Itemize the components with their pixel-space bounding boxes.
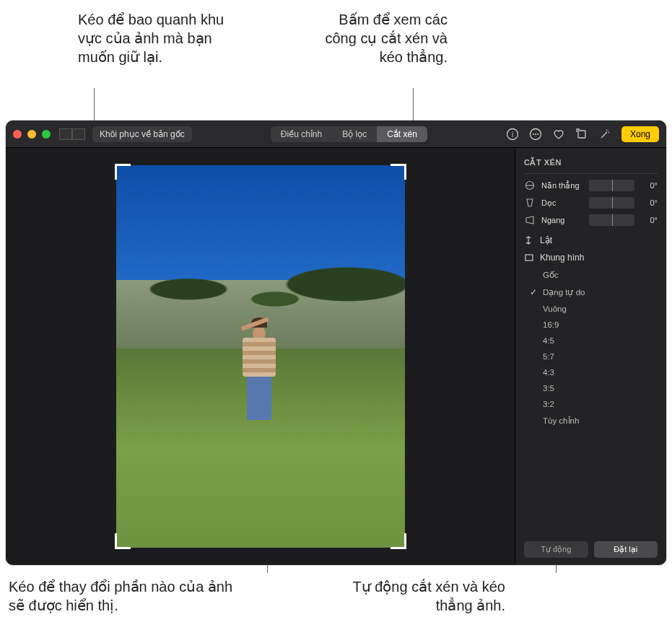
slider-track[interactable] (589, 214, 634, 226)
svg-rect-9 (525, 255, 533, 260)
svg-rect-6 (578, 131, 585, 138)
photo-canvas[interactable] (6, 148, 515, 565)
favorite-icon[interactable] (552, 128, 565, 141)
maximize-button[interactable] (42, 130, 51, 139)
vertical-perspective-icon (524, 197, 536, 209)
crop-sidebar: CẮT XÉN Nắn thẳng 0° Dọc 0° Ngang 0° (515, 148, 666, 565)
callout-bottom-left: Kéo để thay đổi phần nào của ảnh sẽ được… (9, 577, 240, 615)
tab-crop[interactable]: Cắt xén (377, 126, 427, 142)
toolbar-right: i Xong (506, 126, 659, 142)
slider-label: Dọc (541, 198, 583, 208)
slider-horizontal[interactable]: Ngang 0° (524, 214, 658, 226)
aspect-option[interactable]: 3:5 (524, 380, 658, 396)
window-controls (13, 130, 51, 139)
minimize-button[interactable] (27, 130, 36, 139)
sidebar-title: CẮT XÉN (524, 155, 658, 174)
aspect-option[interactable]: 4:5 (524, 333, 658, 349)
callout-bottom-right: Tự động cắt xén và kéo thẳng ảnh. (318, 577, 505, 615)
aspect-option[interactable]: 5:7 (524, 349, 658, 364)
info-icon[interactable]: i (506, 128, 519, 141)
aspect-header-label: Khung hình (540, 253, 584, 263)
tab-filters[interactable]: Bộ lọc (332, 126, 377, 142)
slider-straighten[interactable]: Nắn thẳng 0° (524, 180, 658, 191)
photos-edit-window: Khôi phục về bản gốc Điều chỉnh Bộ lọc C… (6, 121, 666, 565)
edit-mode-tabs: Điều chỉnh Bộ lọc Cắt xén (271, 126, 427, 142)
slider-value: 0° (640, 216, 658, 224)
close-button[interactable] (13, 130, 22, 139)
slider-track[interactable] (589, 180, 634, 191)
titlebar: Khôi phục về bản gốc Điều chỉnh Bộ lọc C… (6, 121, 666, 148)
auto-crop-button[interactable]: Tự động (524, 541, 588, 558)
slider-track[interactable] (589, 197, 634, 209)
photo-subject (237, 326, 281, 434)
slider-value: 0° (640, 181, 658, 190)
done-button[interactable]: Xong (621, 126, 659, 142)
aspect-option[interactable]: Dạng tự do (524, 284, 658, 301)
slider-value: 0° (640, 198, 658, 207)
flip-label: Lật (540, 235, 552, 245)
slider-label: Nắn thẳng (541, 181, 583, 190)
crop-handle-br[interactable] (390, 533, 406, 549)
crop-handle-tl[interactable] (115, 164, 131, 180)
straighten-icon (524, 180, 536, 191)
content-area: CẮT XÉN Nắn thẳng 0° Dọc 0° Ngang 0° (6, 148, 666, 565)
reset-crop-button[interactable]: Đặt lại (594, 541, 658, 558)
aspect-option[interactable]: 3:2 (524, 396, 658, 412)
auto-enhance-icon[interactable] (598, 128, 611, 141)
aspect-option[interactable]: 4:3 (524, 364, 658, 380)
aspect-option[interactable]: Tùy chỉnh (524, 412, 658, 429)
aspect-icon (524, 253, 534, 263)
svg-text:i: i (512, 130, 513, 138)
aspect-header: Khung hình (524, 249, 658, 266)
crop-handle-bl[interactable] (115, 533, 131, 549)
slider-label: Ngang (541, 216, 583, 224)
aspect-option[interactable]: 16:9 (524, 317, 658, 333)
tab-adjust[interactable]: Điều chỉnh (271, 126, 332, 142)
rotate-icon[interactable] (575, 128, 588, 141)
crop-handle-tr[interactable] (390, 164, 406, 180)
sidebar-footer: Tự động Đặt lại (524, 534, 658, 558)
flip-icon (524, 235, 534, 245)
aspect-option[interactable]: Gốc (524, 266, 658, 284)
flip-row[interactable]: Lật (524, 232, 658, 249)
svg-point-3 (533, 133, 534, 135)
aspect-list: GốcDạng tự doVuông16:94:55:74:33:53:2Tùy… (524, 266, 658, 429)
callout-top-left: Kéo để bao quanh khu vực của ảnh mà bạn … (78, 10, 251, 66)
slider-vertical[interactable]: Dọc 0° (524, 197, 658, 209)
view-toggle[interactable] (59, 128, 85, 140)
revert-button[interactable]: Khôi phục về bản gốc (92, 126, 192, 142)
more-icon[interactable] (529, 128, 542, 141)
crop-frame[interactable] (116, 165, 405, 548)
svg-point-4 (535, 133, 536, 135)
horizontal-perspective-icon (524, 214, 536, 226)
callout-top-right: Bấm để xem các công cụ cắt xén và kéo th… (310, 10, 448, 66)
svg-point-5 (537, 133, 538, 135)
aspect-option[interactable]: Vuông (524, 301, 658, 317)
